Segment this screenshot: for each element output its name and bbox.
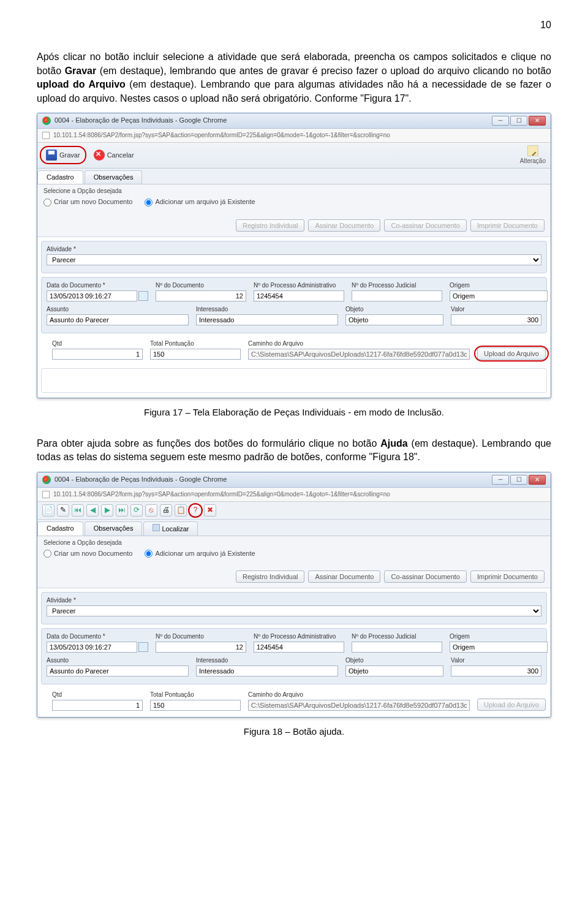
minimize-button[interactable]: ─: [492, 116, 509, 126]
nproca-label-2: Nº do Processo Administrativo: [254, 632, 344, 641]
data-input-2[interactable]: [47, 642, 137, 653]
assunto-input[interactable]: [47, 314, 189, 325]
header-buttons-2: Registro Individual Assinar Documento Co…: [236, 570, 545, 583]
url-bar: 10.101.1.54:8086/SAP2/form.jsp?sys=SAP&a…: [37, 129, 551, 143]
upload-arquivo-button[interactable]: Upload do Arquivo: [477, 347, 546, 360]
mini-toolbar: 📄 ✎ ⏮ ◀ ▶ ⏭ ⟳ ⦸ 🖨 📋 ? ✖: [37, 502, 551, 520]
nproca-input[interactable]: [254, 290, 344, 301]
tab-observacoes[interactable]: Observações: [85, 170, 143, 184]
maximize-button[interactable]: ☐: [510, 116, 527, 126]
totp-input[interactable]: [150, 349, 241, 360]
radio-adicionar-label: Adicionar um arquivo já Existente: [155, 197, 255, 207]
highlight-circle: [188, 503, 203, 518]
para2-b: Ajuda: [380, 438, 407, 449]
header-buttons: Registro Individual Assinar Documento Co…: [236, 219, 545, 232]
coassinar-documento-button[interactable]: Co-assinar Documento: [384, 219, 467, 232]
radio-criar-input-2[interactable]: [43, 550, 51, 558]
total-pontuacao-field: Total Pontuação: [150, 339, 241, 360]
valor-input-2[interactable]: [451, 665, 541, 676]
assunto-label: Assunto: [47, 305, 189, 314]
window-title: 0004 - Elaboração de Peças Individuais -…: [55, 116, 227, 125]
tb-last-icon[interactable]: ⏭: [116, 504, 128, 517]
para1-b2: upload do Arquivo: [37, 79, 126, 89]
tabs-row: Cadastro Observações: [37, 169, 551, 184]
caminho-input-2[interactable]: [248, 700, 470, 711]
qtd-input-2[interactable]: [52, 700, 143, 711]
assinar-documento-button-2[interactable]: Assinar Documento: [308, 570, 380, 583]
interessado-field-2: Interessado: [196, 656, 338, 676]
option-label: Selecione a Opção desejada: [43, 187, 545, 195]
origem-input-2[interactable]: [450, 642, 548, 653]
inter-input-2[interactable]: [196, 665, 338, 676]
obj-input-2[interactable]: [345, 665, 443, 676]
nproca-label: Nº do Processo Administrativo: [254, 281, 344, 290]
radio-criar-novo-2[interactable]: Criar um novo Documento: [43, 549, 132, 558]
nproc-judicial-field-2: Nº do Processo Judicial: [352, 632, 442, 653]
atividade-select[interactable]: Parecer: [47, 254, 541, 265]
edit-icon: [527, 145, 538, 156]
calendar-icon[interactable]: [138, 642, 148, 652]
calendar-icon[interactable]: [138, 291, 148, 301]
caminho-input[interactable]: [248, 349, 470, 360]
obj-label: Objeto: [345, 305, 443, 314]
tab-cadastro[interactable]: Cadastro: [37, 170, 83, 184]
minimize-button[interactable]: ─: [492, 475, 509, 485]
upload-row-2: Qtd Total Pontuação Caminho do Arquivo U…: [37, 688, 551, 717]
close-button[interactable]: ✕: [529, 475, 546, 485]
caminho-label-2: Caminho do Arquivo: [248, 691, 470, 699]
assunto-input-2[interactable]: [47, 665, 189, 676]
radio-criar-input[interactable]: [43, 199, 51, 207]
assinar-documento-button[interactable]: Assinar Documento: [308, 219, 380, 232]
radio-criar-novo[interactable]: Criar um novo Documento: [43, 197, 132, 207]
origem-label-2: Origem: [450, 632, 548, 641]
origem-input[interactable]: [450, 290, 548, 301]
tb-print-icon[interactable]: 🖨: [160, 504, 172, 517]
nprocj-input-2[interactable]: [352, 642, 442, 653]
radio-adicionar-input-2[interactable]: [145, 550, 153, 558]
ndoc-input-2[interactable]: [156, 642, 246, 653]
radio-adicionar-existente[interactable]: Adicionar um arquivo já Existente: [145, 197, 255, 207]
tb-delete-icon[interactable]: ✖: [204, 504, 216, 517]
qtd-input[interactable]: [52, 349, 143, 360]
ndoc-input[interactable]: [156, 290, 246, 301]
valor-input[interactable]: [451, 314, 541, 325]
totp-label: Total Pontuação: [150, 339, 241, 348]
tb-refresh-icon[interactable]: ⟳: [130, 504, 143, 517]
upload-arquivo-button-2[interactable]: Upload do Arquivo: [477, 699, 546, 711]
totp-input-2[interactable]: [150, 700, 241, 711]
tb-new-icon[interactable]: 📄: [42, 504, 55, 517]
tabs-row-2: Cadastro Observações Localizar: [37, 520, 551, 536]
nproca-input-2[interactable]: [254, 642, 344, 653]
tb-prev-icon[interactable]: ◀: [86, 504, 99, 517]
gravar-button[interactable]: Gravar: [42, 148, 84, 162]
registro-individual-button[interactable]: Registro Individual: [236, 219, 305, 232]
radio-adicionar-input[interactable]: [145, 199, 153, 207]
tb-stop-icon[interactable]: ⦸: [145, 504, 157, 517]
tb-first-icon[interactable]: ⏮: [72, 504, 84, 517]
close-button[interactable]: ✕: [529, 116, 546, 126]
tb-next-icon[interactable]: ▶: [101, 504, 113, 517]
data-input[interactable]: [47, 290, 137, 301]
imprimir-documento-button-2[interactable]: Imprimir Documento: [470, 570, 545, 583]
imprimir-documento-button[interactable]: Imprimir Documento: [470, 219, 545, 232]
nprocj-input[interactable]: [352, 290, 442, 301]
window-title-2: 0004 - Elaboração de Peças Individuais -…: [55, 475, 227, 484]
registro-individual-button-2[interactable]: Registro Individual: [236, 570, 305, 583]
tab-cadastro-2[interactable]: Cadastro: [37, 521, 83, 536]
caminho-arquivo-field-2: Caminho do Arquivo: [248, 691, 470, 711]
obj-input[interactable]: [345, 314, 443, 325]
coassinar-documento-button-2[interactable]: Co-assinar Documento: [384, 570, 467, 583]
cancelar-button[interactable]: Cancelar: [90, 148, 138, 162]
tb-edit-icon[interactable]: ✎: [57, 504, 69, 517]
inter-input[interactable]: [196, 314, 338, 325]
data-label: Data do Documento *: [47, 281, 148, 290]
tab-observacoes-2[interactable]: Observações: [85, 521, 143, 536]
maximize-button[interactable]: ☐: [510, 475, 527, 485]
tb-copy-icon[interactable]: 📋: [175, 504, 187, 517]
atividade-select-2[interactable]: Parecer: [47, 605, 541, 616]
radio-adicionar-existente-2[interactable]: Adicionar um arquivo já Existente: [145, 549, 255, 558]
figure-17-caption: Figura 17 – Tela Elaboração de Peças Ind…: [37, 406, 551, 419]
tb-help-icon[interactable]: ?: [189, 504, 202, 517]
window-buttons-2: ─ ☐ ✕: [492, 475, 546, 485]
tab-localizar[interactable]: Localizar: [143, 521, 198, 536]
